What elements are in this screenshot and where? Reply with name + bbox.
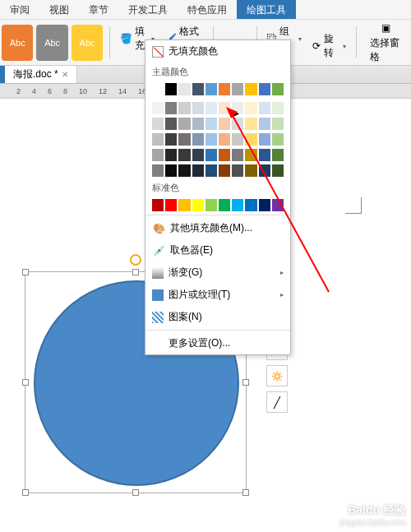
- color-swatch[interactable]: [206, 118, 217, 130]
- side-tool-4[interactable]: ╱: [266, 391, 288, 413]
- color-swatch[interactable]: [245, 199, 256, 211]
- color-swatch[interactable]: [178, 149, 190, 161]
- color-swatch[interactable]: [219, 149, 230, 161]
- resize-handle-bl[interactable]: [22, 489, 29, 496]
- color-swatch[interactable]: [165, 164, 177, 177]
- color-swatch[interactable]: [192, 199, 204, 211]
- color-swatch[interactable]: [206, 149, 217, 161]
- color-swatch[interactable]: [152, 118, 164, 130]
- shape-style-preset-1[interactable]: Abc: [2, 25, 33, 61]
- color-swatch[interactable]: [259, 118, 270, 130]
- color-swatch[interactable]: [165, 149, 177, 161]
- color-swatch[interactable]: [165, 118, 177, 130]
- resize-handle-ml[interactable]: [22, 379, 29, 386]
- color-swatch[interactable]: [272, 118, 284, 130]
- color-swatch[interactable]: [219, 133, 230, 146]
- color-swatch[interactable]: [178, 133, 190, 146]
- eyedropper-option[interactable]: 💉 取色器(E): [145, 239, 290, 261]
- color-swatch[interactable]: [232, 164, 243, 177]
- color-swatch[interactable]: [152, 199, 164, 211]
- close-tab-icon[interactable]: ✕: [62, 70, 68, 79]
- color-swatch[interactable]: [192, 102, 204, 114]
- resize-handle-tl[interactable]: [22, 269, 29, 275]
- color-swatch[interactable]: [272, 149, 284, 161]
- color-swatch[interactable]: [272, 102, 284, 114]
- tab-view[interactable]: 视图: [39, 0, 79, 19]
- color-swatch[interactable]: [192, 149, 204, 161]
- color-swatch[interactable]: [232, 83, 243, 95]
- color-swatch[interactable]: [245, 164, 256, 177]
- color-swatch[interactable]: [206, 102, 217, 114]
- shape-style-preset-2[interactable]: Abc: [36, 25, 67, 61]
- color-swatch[interactable]: [259, 164, 270, 177]
- no-fill-option[interactable]: 无填充颜色: [145, 40, 290, 62]
- texture-option[interactable]: 图片或纹理(T) ▸: [145, 284, 290, 306]
- color-swatch[interactable]: [152, 83, 164, 95]
- tab-review[interactable]: 审阅: [0, 0, 39, 19]
- rotate-handle[interactable]: [130, 254, 141, 266]
- more-settings-option[interactable]: 更多设置(O)...: [145, 332, 290, 354]
- color-swatch[interactable]: [178, 83, 190, 95]
- color-swatch[interactable]: [259, 149, 270, 161]
- tab-developer[interactable]: 开发工具: [118, 0, 178, 19]
- color-swatch[interactable]: [272, 164, 284, 177]
- color-swatch[interactable]: [152, 133, 164, 146]
- color-swatch[interactable]: [259, 83, 270, 95]
- more-colors-option[interactable]: 🎨 其他填充颜色(M)...: [145, 217, 290, 239]
- tab-drawing-tools[interactable]: 绘图工具: [237, 0, 296, 19]
- color-swatch[interactable]: [152, 102, 164, 114]
- tab-chapter[interactable]: 章节: [79, 0, 118, 19]
- select-pane-button[interactable]: ▣ 选择窗格: [365, 20, 408, 66]
- color-swatch[interactable]: [232, 102, 243, 114]
- color-swatch[interactable]: [232, 199, 243, 211]
- color-swatch[interactable]: [245, 133, 256, 146]
- color-swatch[interactable]: [192, 133, 204, 146]
- color-swatch[interactable]: [245, 118, 256, 130]
- color-swatch[interactable]: [232, 118, 243, 130]
- color-swatch[interactable]: [178, 118, 190, 130]
- color-swatch[interactable]: [165, 133, 177, 146]
- color-swatch[interactable]: [219, 164, 230, 177]
- document-tab[interactable]: 海报.doc * ✕: [5, 66, 77, 83]
- color-swatch[interactable]: [219, 199, 230, 211]
- resize-handle-br[interactable]: [242, 489, 249, 496]
- color-swatch[interactable]: [206, 83, 217, 95]
- color-swatch[interactable]: [165, 102, 177, 114]
- color-swatch[interactable]: [165, 199, 177, 211]
- color-swatch[interactable]: [232, 149, 243, 161]
- color-swatch[interactable]: [178, 164, 190, 177]
- pattern-option[interactable]: 图案(N): [145, 306, 290, 328]
- color-swatch[interactable]: [165, 83, 177, 95]
- color-swatch[interactable]: [259, 102, 270, 114]
- color-swatch[interactable]: [219, 102, 230, 114]
- color-swatch[interactable]: [178, 102, 190, 114]
- shape-style-preset-3[interactable]: Abc: [72, 25, 103, 61]
- gradient-option[interactable]: 渐变(G) ▸: [145, 261, 290, 284]
- color-swatch[interactable]: [206, 133, 217, 146]
- color-swatch[interactable]: [192, 118, 204, 130]
- rotate-dropdown[interactable]: ⟳ 旋转▾: [307, 30, 351, 62]
- color-swatch[interactable]: [272, 133, 284, 146]
- color-swatch[interactable]: [272, 83, 284, 95]
- color-swatch[interactable]: [272, 199, 284, 211]
- color-swatch[interactable]: [192, 83, 204, 95]
- color-swatch[interactable]: [219, 118, 230, 130]
- color-swatch[interactable]: [259, 199, 270, 211]
- color-swatch[interactable]: [245, 102, 256, 114]
- color-swatch[interactable]: [259, 133, 270, 146]
- color-swatch[interactable]: [206, 164, 217, 177]
- tab-featured[interactable]: 特色应用: [178, 0, 237, 19]
- color-swatch[interactable]: [245, 149, 256, 161]
- color-swatch[interactable]: [245, 83, 256, 95]
- resize-handle-tm[interactable]: [132, 269, 139, 275]
- color-swatch[interactable]: [232, 133, 243, 146]
- resize-handle-bm[interactable]: [132, 489, 139, 496]
- color-swatch[interactable]: [192, 164, 204, 177]
- color-swatch[interactable]: [219, 83, 230, 95]
- side-tool-3[interactable]: 🔅: [266, 365, 288, 386]
- resize-handle-mr[interactable]: [242, 379, 249, 386]
- color-swatch[interactable]: [152, 149, 164, 161]
- color-swatch[interactable]: [152, 164, 164, 177]
- color-swatch[interactable]: [178, 199, 190, 211]
- color-swatch[interactable]: [206, 199, 217, 211]
